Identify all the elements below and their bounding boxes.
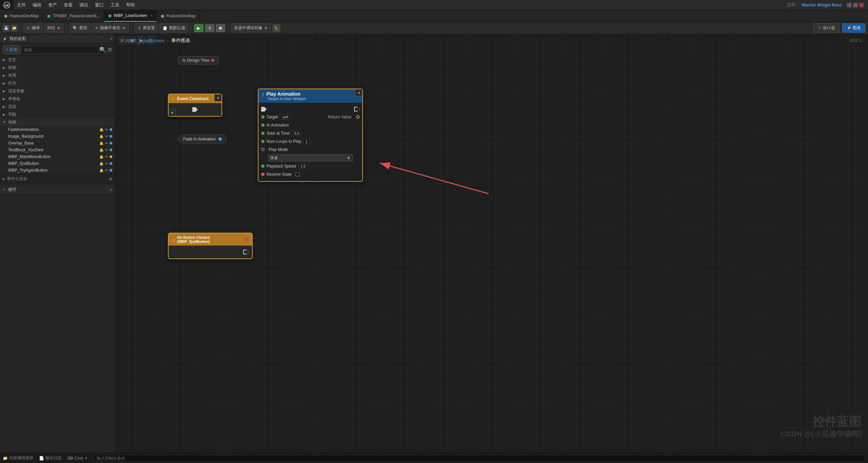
pencil-icon: ✏ <box>3 188 5 192</box>
tab-featuredevmap-1[interactable]: ◼ FeatureDevMap <box>0 10 43 22</box>
stop-button[interactable]: ⏹ <box>216 24 225 32</box>
dot-tryagain <box>110 169 112 172</box>
arrow-icon-2: ▶ <box>3 66 7 70</box>
section-properties[interactable]: ▶ 性能 <box>0 64 115 72</box>
dot-fade <box>110 128 112 131</box>
playback-speed-pin <box>261 165 265 168</box>
is-design-time-node[interactable]: Is Design Time <box>178 56 218 64</box>
parent-value: Warrior Widget Base <box>802 3 842 7</box>
hide-button[interactable]: 👁 隐藏不相关 ▼ <box>92 23 129 33</box>
section-behavior[interactable]: ▶ 行为 <box>0 79 115 87</box>
section-animation[interactable]: ▼ 动画 <box>0 118 115 126</box>
menu-file[interactable]: 文件 <box>14 0 29 10</box>
arrow-icon: ▶ <box>3 58 7 62</box>
menu-tools[interactable]: 工具 <box>107 0 123 10</box>
anim-item-overlay[interactable]: Overlay_Base 🔔 👁 <box>0 140 115 147</box>
class-defaults-button[interactable]: 📋 类默认值 <box>159 23 188 33</box>
on-button-clicked-node[interactable]: ◇ On Button Clicked (WBP_QuitButton) <box>168 233 253 259</box>
event-dispatcher-section[interactable]: ▶ 事件分发器 ⊕ <box>0 174 115 184</box>
section-localization[interactable]: ▶ 本地化 <box>0 95 115 103</box>
add-ed-icon[interactable]: ⊕ <box>109 177 112 181</box>
tab-close-icon[interactable]: × <box>151 14 153 18</box>
close-button[interactable]: × <box>859 3 864 7</box>
target-value: self <box>280 114 290 120</box>
search-input[interactable] <box>22 46 98 54</box>
section-render[interactable]: ▶ 渲染 <box>0 103 115 111</box>
detail-close-button[interactable]: × <box>110 188 112 192</box>
graph-button[interactable]: ⚡ 图表 <box>842 23 865 33</box>
section-layout[interactable]: ▶ 布局 <box>0 72 115 79</box>
play-mode-dropdown[interactable]: 快速 ▼ <box>268 154 353 161</box>
debug-target-selector[interactable]: 未选中调试对象 ▼ <box>231 23 271 33</box>
tab-wbp-losescreen[interactable]: ◼ WBP_LoseScreen × <box>104 10 157 22</box>
maximize-button[interactable]: □ <box>853 3 858 7</box>
section-render-transforms[interactable]: ▶ 渲染变换 <box>0 87 115 95</box>
menu-debug[interactable]: 调试 <box>76 0 92 10</box>
nav-grid-button[interactable]: ⊞ <box>118 36 126 44</box>
fade-in-animation-pill[interactable]: Fade in Animation <box>178 134 227 144</box>
settings-icon: ⚙ <box>138 26 141 31</box>
top-connector: ◼ <box>214 94 222 101</box>
map-icon: ◼ <box>4 14 7 18</box>
tab-tpwbp[interactable]: ◼ TPWBP_PauseScreenB... <box>43 10 104 22</box>
anim-item-mainmenu[interactable]: WBP_MainMenuButton 🔔 👁 <box>0 153 115 160</box>
dot-quit <box>110 162 112 165</box>
content-browser-button[interactable]: 📁 内容侧滑菜单 <box>3 455 34 461</box>
sep-5 <box>228 25 228 32</box>
section-interaction[interactable]: ▶ 交互 <box>0 56 115 64</box>
panel-close-button[interactable]: × <box>110 37 112 41</box>
arrow-icon-7: ▶ <box>3 105 7 109</box>
restore-state-checkbox[interactable] <box>295 172 300 176</box>
browse-button[interactable]: 📁 <box>11 25 18 32</box>
menu-view[interactable]: 查看 <box>60 0 76 10</box>
anim-icons-fade: 🔔 👁 <box>99 128 112 132</box>
debug-icon[interactable]: 🐛 <box>272 24 281 32</box>
event-construct-header: ◇ Event Construct <box>169 94 221 103</box>
anim-item-image[interactable]: Image_Background 🔔 👁 <box>0 133 115 140</box>
start-time-pin <box>261 132 265 135</box>
chevron-icon-3: ▼ <box>264 26 268 31</box>
is-design-pin <box>211 59 214 62</box>
play-animation-node[interactable]: ◼ ƒ Play Animation Target is User Widget… <box>258 89 363 182</box>
menu-edit[interactable]: 编辑 <box>29 0 45 10</box>
return-value-label: Return Value <box>328 115 351 119</box>
designer-button[interactable]: ✏ 设计器 <box>814 23 839 33</box>
search-icon: 🔍 <box>73 26 78 31</box>
diff-button[interactable]: 对比 ▼ <box>44 23 64 33</box>
minimize-button[interactable]: ─ <box>847 3 852 7</box>
compile-button[interactable]: ⚙ 编译 <box>23 23 43 33</box>
pin-target: Target self Return Value <box>258 113 362 121</box>
canvas-area[interactable]: ⊞ ◀ ▶ ⊡ WBP_LoseScreen › 事件图表 缩放:1 Is De… <box>115 34 868 453</box>
chevron-icon: ▼ <box>57 26 61 31</box>
blueprint-icon: ⚡ <box>3 37 7 41</box>
designer-icon: ✏ <box>818 25 822 30</box>
event-construct-body <box>169 103 221 116</box>
pause-button[interactable]: ⏸ <box>205 24 214 32</box>
menu-window[interactable]: 窗口 <box>92 0 107 10</box>
find-button[interactable]: 🔍 查找 <box>70 23 90 33</box>
anim-item-textblock[interactable]: TextBlock_YouDied 🔔 👁 <box>0 147 115 153</box>
output-log-button[interactable]: 📄 输出日志 <box>39 455 62 461</box>
pin-in-animation: In Animation <box>258 121 362 129</box>
arrow-icon-8: ▶ <box>3 113 7 116</box>
menu-asset[interactable]: 资产 <box>45 0 60 10</box>
section-navigation[interactable]: ▶ 导航 <box>0 111 115 118</box>
add-button[interactable]: + 添加 <box>3 45 20 54</box>
anim-item-quit[interactable]: WBP_QuitButton 🔔 👁 <box>0 160 115 167</box>
anim-item-fade[interactable]: FadeInAnimation 🔔 👁 <box>0 126 115 133</box>
console-input[interactable] <box>94 455 865 462</box>
play-button[interactable]: ▶ <box>194 24 204 32</box>
dot-image <box>110 135 112 138</box>
anim-item-tryagain[interactable]: WBP_TryAgainButton 🔔 👁 <box>0 167 115 174</box>
save-button[interactable]: 💾 <box>3 25 9 32</box>
anim-icons-quit: 🔔 👁 <box>99 162 112 166</box>
eye-icon-1: 👁 <box>105 128 108 132</box>
cmd-button[interactable]: ⌨ Cmd ▼ <box>67 456 88 461</box>
search-icon-panel: 🔍 <box>99 46 106 53</box>
pin-playback-speed: Playback Speed 1.0 <box>258 162 362 170</box>
tab-featuredevmap-2[interactable]: ◼ FeatureDevMap <box>157 10 200 22</box>
event-construct-node[interactable]: ◼ ◇ Event Construct ◼ <box>168 94 222 117</box>
in-animation-pin <box>261 123 265 127</box>
menu-help[interactable]: 帮助 <box>123 0 138 10</box>
class-settings-button[interactable]: ⚙ 类设置 <box>135 23 158 33</box>
